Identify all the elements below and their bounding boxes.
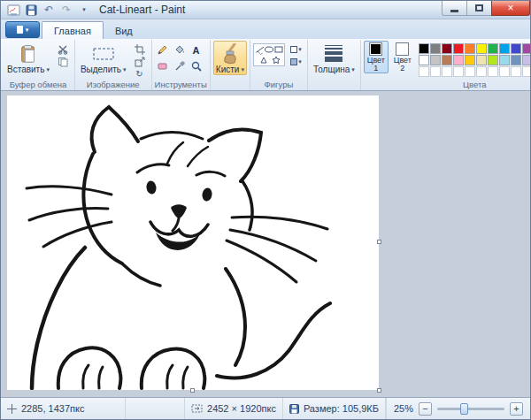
palette-swatch[interactable]	[488, 43, 498, 54]
chevron-down-icon: ▾	[241, 65, 244, 74]
window-title: Cat-Lineart - Paint	[99, 4, 185, 16]
zoom-out-icon: −	[422, 403, 427, 414]
palette-swatch[interactable]	[511, 43, 521, 54]
rotate-button[interactable]: ↻	[131, 68, 149, 80]
color2-button[interactable]: Цвет2	[390, 41, 415, 73]
copy-icon	[58, 57, 68, 67]
resize-button[interactable]	[131, 56, 149, 67]
magnifier-icon	[191, 61, 202, 72]
undo-button[interactable]: ↶	[41, 3, 57, 18]
file-menu-button[interactable]: ▾	[5, 21, 40, 38]
zoom-slider[interactable]	[437, 408, 504, 410]
eraser-tool[interactable]	[155, 58, 171, 73]
paste-button[interactable]: Вставить▾	[4, 41, 52, 75]
select-button[interactable]: Выделить▾	[78, 41, 129, 75]
palette-swatch[interactable]	[476, 55, 487, 65]
cut-button[interactable]	[54, 43, 72, 55]
crop-button[interactable]	[131, 43, 149, 55]
group-label-colors: Цвета	[364, 80, 531, 90]
palette-swatch[interactable]	[419, 43, 429, 54]
window-controls: ×	[442, 1, 530, 16]
palette-swatch[interactable]	[499, 43, 510, 54]
tab-home[interactable]: Главная	[42, 21, 104, 40]
zoom-level-value: 25%	[394, 403, 413, 414]
canvas-resize-handle-corner[interactable]	[377, 388, 381, 393]
tab-view[interactable]: Вид	[104, 22, 144, 39]
save-button[interactable]	[23, 3, 39, 18]
canvas-resize-handle-bottom[interactable]	[190, 388, 195, 393]
image-size-segment: 2452 × 1920пкс	[185, 398, 283, 419]
palette-empty-slot[interactable]	[442, 66, 452, 77]
palette-swatch[interactable]	[453, 55, 464, 65]
zoom-out-button[interactable]: −	[419, 402, 432, 416]
palette-swatch[interactable]	[476, 43, 487, 54]
palette-swatch[interactable]	[419, 55, 429, 65]
paint-canvas[interactable]	[7, 95, 379, 390]
palette-swatch[interactable]	[499, 55, 510, 65]
close-button[interactable]: ×	[491, 1, 530, 16]
color1-button[interactable]: Цвет1	[364, 41, 389, 73]
text-tool[interactable]: A	[189, 42, 204, 57]
palette-empty-slot[interactable]	[522, 66, 531, 77]
palette-swatch[interactable]	[511, 55, 521, 65]
palette-empty-slot[interactable]	[488, 66, 498, 77]
pencil-tool[interactable]	[155, 42, 171, 57]
palette-swatch[interactable]	[453, 43, 464, 54]
shapes-gallery[interactable]	[253, 43, 285, 66]
chevron-down-icon: ▾	[298, 46, 302, 53]
minimize-button[interactable]	[442, 1, 467, 16]
redo-button[interactable]: ↷	[58, 3, 74, 18]
palette-swatch[interactable]	[488, 55, 498, 65]
shape-outline-button[interactable]: ▾	[287, 43, 304, 55]
paste-icon	[19, 42, 37, 65]
palette-swatch[interactable]	[430, 55, 441, 65]
palette-empty-slot[interactable]	[453, 66, 464, 77]
palette-swatch[interactable]	[430, 43, 441, 54]
cat-drawing	[7, 95, 379, 390]
chevron-down-icon: ▾	[298, 58, 302, 65]
palette-empty-slot[interactable]	[430, 66, 441, 77]
magnifier-tool[interactable]	[189, 58, 204, 73]
group-brushes: Кисти▾	[211, 40, 250, 90]
zoom-in-icon: +	[513, 403, 519, 414]
palette-swatch[interactable]	[442, 43, 452, 54]
zoom-slider-thumb[interactable]	[460, 403, 468, 415]
canvas-resize-handle-right[interactable]	[377, 240, 381, 244]
image-size-value: 2452 × 1920пкс	[207, 403, 276, 414]
redo-icon: ↷	[62, 4, 71, 16]
group-label-tools: Инструменты	[155, 80, 207, 90]
scissors-icon	[58, 44, 68, 55]
size-button[interactable]: Толщина▾	[311, 41, 358, 75]
brushes-button[interactable]: Кисти▾	[213, 41, 247, 75]
minimize-icon	[450, 10, 458, 12]
shape-fill-button[interactable]: ▾	[287, 56, 304, 67]
palette-empty-slot[interactable]	[499, 66, 510, 77]
qat-dropdown-button[interactable]: ▾	[76, 3, 92, 18]
color-picker-tool[interactable]	[172, 58, 188, 73]
palette-swatch[interactable]	[442, 55, 452, 65]
undo-icon: ↶	[44, 4, 53, 16]
eraser-icon	[157, 61, 168, 71]
palette-swatch[interactable]	[465, 43, 475, 54]
maximize-button[interactable]	[467, 1, 491, 16]
app-icon[interactable]	[5, 3, 21, 18]
palette-empty-slot[interactable]	[476, 66, 487, 77]
copy-button[interactable]	[54, 56, 72, 67]
palette-swatch[interactable]	[522, 43, 531, 54]
palette-empty-slot[interactable]	[511, 66, 521, 77]
color1-swatch	[369, 42, 382, 56]
palette-swatch[interactable]	[522, 55, 531, 65]
shapes-icons	[255, 45, 283, 65]
palette-swatch[interactable]	[465, 55, 475, 65]
file-page-icon	[17, 26, 23, 34]
group-image: Выделить▾ ↻ Изображение	[75, 40, 152, 90]
zoom-in-button[interactable]: +	[510, 402, 523, 416]
brush-icon	[221, 42, 239, 65]
file-size-value: Размер: 105,9КБ	[304, 403, 379, 414]
group-tools: A Инструменты	[152, 40, 211, 90]
chevron-down-icon: ▾	[46, 65, 50, 74]
palette-empty-slot[interactable]	[419, 66, 429, 77]
fill-tool[interactable]	[172, 42, 188, 57]
palette-empty-slot[interactable]	[465, 66, 475, 77]
outline-icon	[289, 45, 298, 54]
